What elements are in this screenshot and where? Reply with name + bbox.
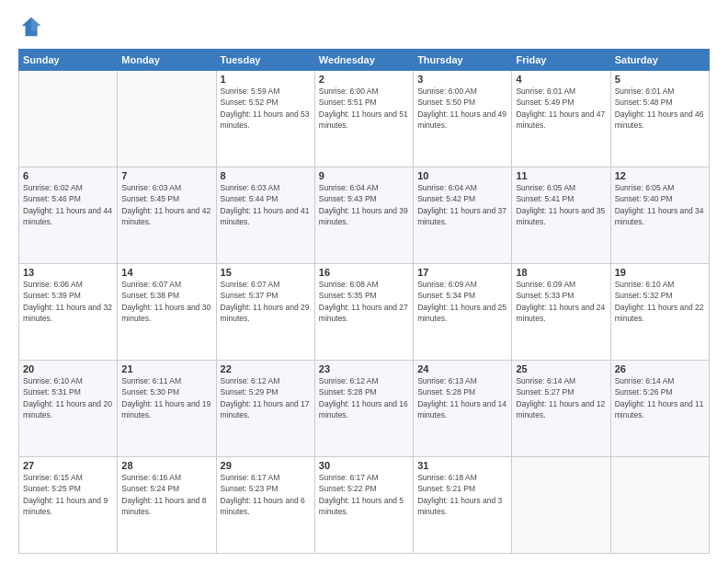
day-info: Sunrise: 6:00 AM Sunset: 5:51 PM Dayligh… <box>319 86 409 131</box>
day-number: 23 <box>319 363 409 374</box>
day-number: 13 <box>23 267 113 278</box>
page-header <box>18 14 710 40</box>
day-info: Sunrise: 6:05 AM Sunset: 5:40 PM Dayligh… <box>615 182 705 227</box>
day-number: 19 <box>615 267 705 278</box>
calendar-cell: 14Sunrise: 6:07 AM Sunset: 5:38 PM Dayli… <box>118 264 216 361</box>
calendar-week-row: 1Sunrise: 5:59 AM Sunset: 5:52 PM Daylig… <box>19 71 710 167</box>
calendar-cell: 4Sunrise: 6:01 AM Sunset: 5:49 PM Daylig… <box>512 71 610 167</box>
day-info: Sunrise: 6:04 AM Sunset: 5:42 PM Dayligh… <box>417 182 507 227</box>
day-number: 2 <box>319 74 409 85</box>
calendar-week-row: 6Sunrise: 6:02 AM Sunset: 5:46 PM Daylig… <box>19 167 710 264</box>
day-number: 11 <box>516 170 606 181</box>
calendar-cell <box>512 457 610 554</box>
day-info: Sunrise: 6:01 AM Sunset: 5:48 PM Dayligh… <box>615 86 705 131</box>
calendar-cell: 1Sunrise: 5:59 AM Sunset: 5:52 PM Daylig… <box>216 71 314 167</box>
day-info: Sunrise: 5:59 AM Sunset: 5:52 PM Dayligh… <box>221 86 311 131</box>
calendar-week-row: 13Sunrise: 6:06 AM Sunset: 5:39 PM Dayli… <box>19 264 710 361</box>
calendar-cell: 29Sunrise: 6:17 AM Sunset: 5:23 PM Dayli… <box>216 457 314 554</box>
day-number: 25 <box>516 363 606 374</box>
day-info: Sunrise: 6:09 AM Sunset: 5:34 PM Dayligh… <box>417 279 507 324</box>
calendar-cell: 15Sunrise: 6:07 AM Sunset: 5:37 PM Dayli… <box>216 264 314 361</box>
calendar-cell: 26Sunrise: 6:14 AM Sunset: 5:26 PM Dayli… <box>610 361 709 457</box>
day-number: 27 <box>23 460 113 471</box>
calendar-cell: 6Sunrise: 6:02 AM Sunset: 5:46 PM Daylig… <box>19 167 118 264</box>
calendar-cell: 2Sunrise: 6:00 AM Sunset: 5:51 PM Daylig… <box>314 71 413 167</box>
calendar-cell: 28Sunrise: 6:16 AM Sunset: 5:24 PM Dayli… <box>118 457 216 554</box>
day-number: 21 <box>121 363 211 374</box>
day-info: Sunrise: 6:03 AM Sunset: 5:44 PM Dayligh… <box>221 182 311 227</box>
calendar-cell: 23Sunrise: 6:12 AM Sunset: 5:28 PM Dayli… <box>314 361 413 457</box>
day-info: Sunrise: 6:05 AM Sunset: 5:41 PM Dayligh… <box>516 182 606 227</box>
calendar-week-row: 20Sunrise: 6:10 AM Sunset: 5:31 PM Dayli… <box>19 361 710 457</box>
day-info: Sunrise: 6:13 AM Sunset: 5:28 PM Dayligh… <box>417 375 507 420</box>
calendar-cell: 13Sunrise: 6:06 AM Sunset: 5:39 PM Dayli… <box>19 264 118 361</box>
calendar-cell: 18Sunrise: 6:09 AM Sunset: 5:33 PM Dayli… <box>512 264 610 361</box>
day-number: 18 <box>516 267 606 278</box>
logo <box>18 14 48 40</box>
day-number: 5 <box>615 74 705 85</box>
calendar-cell: 5Sunrise: 6:01 AM Sunset: 5:48 PM Daylig… <box>610 71 709 167</box>
calendar-cell: 8Sunrise: 6:03 AM Sunset: 5:44 PM Daylig… <box>216 167 314 264</box>
day-number: 17 <box>417 267 507 278</box>
day-info: Sunrise: 6:06 AM Sunset: 5:39 PM Dayligh… <box>23 279 113 324</box>
col-friday: Friday <box>512 50 610 71</box>
calendar-cell: 3Sunrise: 6:00 AM Sunset: 5:50 PM Daylig… <box>414 71 512 167</box>
day-number: 31 <box>417 460 507 471</box>
calendar-cell <box>19 71 118 167</box>
day-number: 12 <box>615 170 705 181</box>
day-number: 14 <box>121 267 211 278</box>
calendar-cell: 11Sunrise: 6:05 AM Sunset: 5:41 PM Dayli… <box>512 167 610 264</box>
day-info: Sunrise: 6:17 AM Sunset: 5:23 PM Dayligh… <box>221 472 311 517</box>
calendar-cell: 24Sunrise: 6:13 AM Sunset: 5:28 PM Dayli… <box>414 361 512 457</box>
calendar-cell: 31Sunrise: 6:18 AM Sunset: 5:21 PM Dayli… <box>414 457 512 554</box>
calendar-cell: 20Sunrise: 6:10 AM Sunset: 5:31 PM Dayli… <box>19 361 118 457</box>
day-number: 9 <box>319 170 409 181</box>
day-number: 26 <box>615 363 705 374</box>
day-info: Sunrise: 6:00 AM Sunset: 5:50 PM Dayligh… <box>417 86 507 131</box>
day-number: 10 <box>417 170 507 181</box>
day-number: 30 <box>319 460 409 471</box>
logo-icon <box>18 14 44 40</box>
calendar-cell: 19Sunrise: 6:10 AM Sunset: 5:32 PM Dayli… <box>610 264 709 361</box>
day-info: Sunrise: 6:16 AM Sunset: 5:24 PM Dayligh… <box>121 472 211 517</box>
calendar-cell: 7Sunrise: 6:03 AM Sunset: 5:45 PM Daylig… <box>118 167 216 264</box>
weekday-header-row: Sunday Monday Tuesday Wednesday Thursday… <box>19 50 710 71</box>
day-info: Sunrise: 6:10 AM Sunset: 5:32 PM Dayligh… <box>615 279 705 324</box>
day-number: 6 <box>23 170 113 181</box>
col-wednesday: Wednesday <box>314 50 413 71</box>
day-info: Sunrise: 6:01 AM Sunset: 5:49 PM Dayligh… <box>516 86 606 131</box>
day-number: 3 <box>417 74 507 85</box>
day-number: 20 <box>23 363 113 374</box>
calendar-cell: 30Sunrise: 6:17 AM Sunset: 5:22 PM Dayli… <box>314 457 413 554</box>
calendar-page: Sunday Monday Tuesday Wednesday Thursday… <box>0 0 728 563</box>
day-info: Sunrise: 6:08 AM Sunset: 5:35 PM Dayligh… <box>319 279 409 324</box>
calendar-cell: 16Sunrise: 6:08 AM Sunset: 5:35 PM Dayli… <box>314 264 413 361</box>
day-info: Sunrise: 6:14 AM Sunset: 5:27 PM Dayligh… <box>516 375 606 420</box>
day-number: 29 <box>221 460 311 471</box>
day-info: Sunrise: 6:15 AM Sunset: 5:25 PM Dayligh… <box>23 472 113 517</box>
day-info: Sunrise: 6:10 AM Sunset: 5:31 PM Dayligh… <box>23 375 113 420</box>
day-number: 1 <box>221 74 311 85</box>
day-number: 22 <box>221 363 311 374</box>
day-info: Sunrise: 6:07 AM Sunset: 5:38 PM Dayligh… <box>121 279 211 324</box>
calendar-cell <box>610 457 709 554</box>
day-number: 7 <box>121 170 211 181</box>
day-number: 16 <box>319 267 409 278</box>
day-info: Sunrise: 6:04 AM Sunset: 5:43 PM Dayligh… <box>319 182 409 227</box>
day-info: Sunrise: 6:18 AM Sunset: 5:21 PM Dayligh… <box>417 472 507 517</box>
col-monday: Monday <box>118 50 216 71</box>
day-info: Sunrise: 6:07 AM Sunset: 5:37 PM Dayligh… <box>221 279 311 324</box>
calendar-cell: 21Sunrise: 6:11 AM Sunset: 5:30 PM Dayli… <box>118 361 216 457</box>
calendar-cell: 12Sunrise: 6:05 AM Sunset: 5:40 PM Dayli… <box>610 167 709 264</box>
day-info: Sunrise: 6:14 AM Sunset: 5:26 PM Dayligh… <box>615 375 705 420</box>
calendar-cell: 10Sunrise: 6:04 AM Sunset: 5:42 PM Dayli… <box>414 167 512 264</box>
day-info: Sunrise: 6:03 AM Sunset: 5:45 PM Dayligh… <box>121 182 211 227</box>
col-sunday: Sunday <box>19 50 118 71</box>
day-info: Sunrise: 6:17 AM Sunset: 5:22 PM Dayligh… <box>319 472 409 517</box>
calendar-cell: 17Sunrise: 6:09 AM Sunset: 5:34 PM Dayli… <box>414 264 512 361</box>
day-info: Sunrise: 6:09 AM Sunset: 5:33 PM Dayligh… <box>516 279 606 324</box>
calendar-cell: 22Sunrise: 6:12 AM Sunset: 5:29 PM Dayli… <box>216 361 314 457</box>
day-info: Sunrise: 6:02 AM Sunset: 5:46 PM Dayligh… <box>23 182 113 227</box>
calendar-cell: 27Sunrise: 6:15 AM Sunset: 5:25 PM Dayli… <box>19 457 118 554</box>
col-tuesday: Tuesday <box>216 50 314 71</box>
